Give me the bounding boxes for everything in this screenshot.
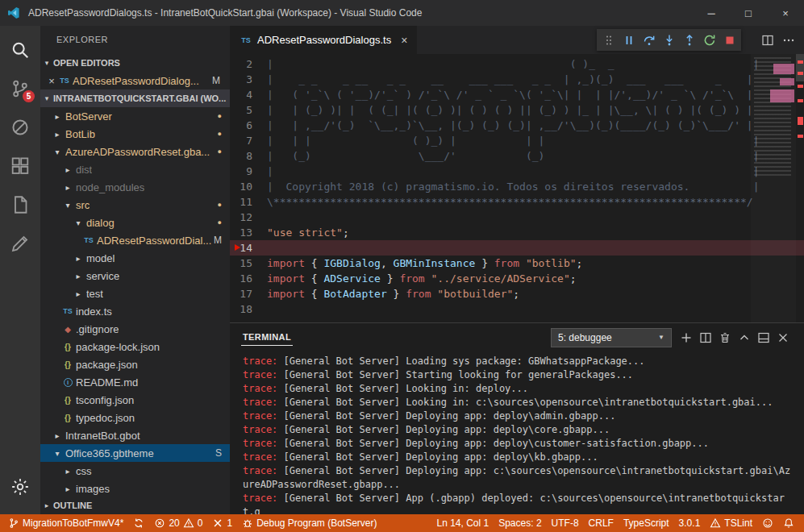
activity-source-control[interactable]: 5 — [0, 69, 40, 108]
code-line-6[interactable]: 6 | | ,__/'(_) `\__,_)`\__, |(_) (_) (_)… — [230, 118, 804, 133]
split-editor-icon — [699, 331, 712, 344]
status-version[interactable]: 3.0.1 — [674, 514, 706, 532]
tree-item-gitignore[interactable]: ◆.gitignore — [40, 320, 230, 338]
status-indentation-label: Spaces: 2 — [498, 517, 541, 529]
code-line-3[interactable]: 3 | _ _ _ __ _ _ __ ___ ___ _ _ | ,_)(_)… — [230, 72, 804, 87]
status-encoding[interactable]: UTF-8 — [547, 514, 584, 532]
status-sync[interactable] — [128, 514, 149, 532]
line-number: 3 — [230, 72, 267, 87]
tree-item-service[interactable]: ▸service — [40, 267, 230, 285]
activity-debug[interactable] — [0, 108, 40, 147]
code-line-16[interactable]: 16 import { ADService } from "../service… — [230, 271, 804, 286]
status-bar: MigrationToBotFmwV4*2001Debug Program (B… — [0, 514, 804, 532]
code-line-8[interactable]: 8 | (_) \___/' (_) | — [230, 148, 804, 164]
tree-item-node-modules[interactable]: ▸node_modules — [40, 178, 230, 196]
maximize-button[interactable]: □ — [730, 0, 767, 26]
status-notifications[interactable] — [778, 514, 799, 532]
drag-handle-button[interactable] — [598, 30, 619, 50]
tree-item-adresetpassworddial[interactable]: TSADResetPasswordDial...M — [40, 231, 230, 249]
status-build-status[interactable]: 1 — [207, 514, 237, 532]
tree-item-dist[interactable]: ▸dist — [40, 160, 230, 178]
tree-item-package-json[interactable]: {}package.json — [40, 355, 230, 373]
minimize-button[interactable]: ─ — [693, 0, 730, 26]
code-editor[interactable]: 2 | ( )_ _ | 3 | _ _ _ __ _ _ __ ___ ___… — [230, 54, 804, 322]
cross-icon — [212, 517, 223, 529]
stop-button[interactable] — [719, 30, 739, 50]
tree-item-model[interactable]: ▸model — [40, 249, 230, 267]
tree-item-src[interactable]: ▾src● — [40, 196, 230, 214]
tree-item-tsconfig-json[interactable]: {}tsconfig.json — [40, 391, 230, 409]
code-line-2[interactable]: 2 | ( )_ _ | — [230, 56, 804, 72]
status-git-branch[interactable]: MigrationToBotFmwV4* — [3, 514, 128, 532]
status-indentation[interactable]: Spaces: 2 — [494, 514, 546, 532]
code-line-18[interactable]: 18 — [230, 301, 804, 317]
code-line-4[interactable]: 4 | ( '_`\ ( '__)/'_` ) /'_`\ /' _ ` _ `… — [230, 87, 804, 102]
code-line-17[interactable]: 17 import { BotAdapter } from "botbuilde… — [230, 286, 804, 301]
tree-item-intranetbot-gbot[interactable]: ▸IntranetBot.gbot — [40, 426, 230, 444]
status-cursor-position[interactable]: Ln 14, Col 1 — [431, 514, 494, 532]
terminal-selector[interactable]: 5: debuggee ▼ — [551, 328, 672, 347]
step-into-button[interactable] — [659, 30, 679, 50]
tree-item-botserver[interactable]: ▸BotServer● — [40, 107, 230, 125]
outline-header[interactable]: ▸ OUTLINE — [40, 497, 230, 514]
tree-item-index-ts[interactable]: TSindex.ts — [40, 302, 230, 320]
status-feedback[interactable] — [757, 514, 778, 532]
split-editor-button[interactable] — [759, 31, 777, 49]
code-line-7[interactable]: 7 | | | ( )_) | | | | — [230, 133, 804, 148]
tree-item-botlib[interactable]: ▸BotLib● — [40, 125, 230, 143]
tree-item-dialog[interactable]: ▾dialog● — [40, 214, 230, 231]
step-over-button[interactable] — [639, 30, 659, 50]
tree-item-images[interactable]: ▸images — [40, 480, 230, 497]
activity-edit[interactable] — [0, 224, 40, 263]
tree-item-typedoc-json[interactable]: {}typedoc.json — [40, 409, 230, 426]
status-eol[interactable]: CRLF — [584, 514, 619, 532]
close-tab-icon[interactable]: × — [401, 34, 407, 47]
terminal-tab[interactable]: TERMINAL — [241, 329, 293, 346]
open-editors-header[interactable]: ▾ OPEN EDITORS — [40, 54, 230, 72]
scrollbar-slider[interactable] — [796, 54, 804, 81]
tree-item-css[interactable]: ▸css — [40, 462, 230, 480]
close-panel-button[interactable] — [773, 328, 793, 347]
chevron-down-icon: ▾ — [72, 218, 85, 227]
maximize-panel-button[interactable] — [735, 328, 754, 347]
more-actions-button[interactable] — [780, 31, 798, 49]
tree-item-test[interactable]: ▸test — [40, 285, 230, 302]
close-icon[interactable]: × — [45, 75, 58, 87]
chevron-right-icon: ▸ — [72, 289, 85, 298]
kill-terminal-button[interactable] — [715, 328, 735, 347]
scrollbar[interactable] — [796, 54, 804, 322]
toggle-panel-position-button[interactable] — [754, 328, 773, 347]
tab-adresetpassworddialogs[interactable]: TS ADResetPasswordDialogs.ts × — [230, 26, 417, 54]
code-line-15[interactable]: 15 import { IGBDialog, GBMinInstance } f… — [230, 256, 804, 271]
close-button[interactable]: × — [767, 0, 804, 26]
status-debug-program[interactable]: Debug Program (BotServer) — [237, 514, 381, 532]
status-tslint-status[interactable]: TSLint — [705, 514, 757, 532]
activity-search[interactable] — [0, 31, 40, 69]
step-out-button[interactable] — [679, 30, 699, 50]
workspace-header[interactable]: ▾ INTRANETBOTQUICKSTART.GBAI (WO... — [40, 89, 230, 107]
new-terminal-button[interactable] — [677, 328, 696, 347]
code-line-10[interactable]: 10 | Copyright 2018 (c) pragmatismo.io. … — [230, 179, 804, 194]
tree-item-office365-gbtheme[interactable]: ▾Office365.gbthemeS — [40, 444, 230, 462]
status-problems[interactable]: 200 — [149, 514, 207, 532]
code-line-14[interactable]: 14 — [230, 240, 804, 256]
tree-item-readme-md[interactable]: iREADME.md — [40, 373, 230, 391]
minimap[interactable] — [751, 54, 796, 322]
status-language-mode-label: TypeScript — [623, 517, 669, 529]
terminal-output[interactable]: trace: [General Bot Server] Loading sys … — [230, 351, 804, 514]
pause-button[interactable] — [619, 30, 639, 50]
code-line-9[interactable]: 9 | | — [230, 164, 804, 179]
tree-item-package-lock-json[interactable]: {}package-lock.json — [40, 338, 230, 355]
split-terminal-button[interactable] — [696, 328, 715, 347]
code-line-13[interactable]: 13 "use strict"; — [230, 225, 804, 240]
tree-item-azureadpasswordreset-gba[interactable]: ▾AzureADPasswordReset.gba...● — [40, 143, 230, 160]
activity-settings[interactable] — [0, 468, 40, 506]
activity-documents[interactable] — [0, 185, 40, 224]
code-line-11[interactable]: 11 \************************************… — [230, 194, 804, 210]
code-line-12[interactable]: 12 — [230, 210, 804, 225]
activity-extensions[interactable] — [0, 147, 40, 185]
code-line-5[interactable]: 5 | | (_) )| | ( (_| |( (_) )| ( ) ( ) |… — [230, 102, 804, 118]
status-language-mode[interactable]: TypeScript — [619, 514, 674, 532]
restart-button[interactable] — [699, 30, 719, 50]
open-editor-item-adresetpassworddialog[interactable]: × TS ADResetPasswordDialog... M — [40, 72, 230, 89]
